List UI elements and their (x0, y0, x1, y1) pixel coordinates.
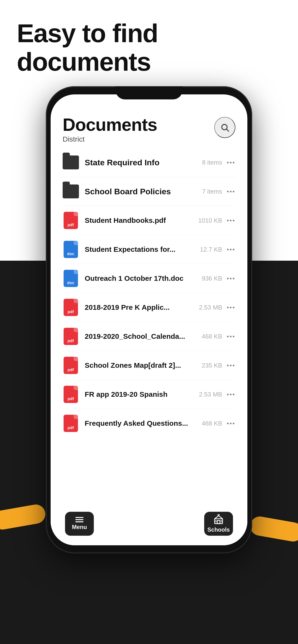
doc-file-icon: doc (64, 270, 78, 287)
dot (233, 191, 234, 192)
dot (227, 336, 229, 337)
menu-tab-label: Menu (72, 524, 87, 530)
pdf-icon: pdf (64, 212, 78, 229)
dot (230, 162, 232, 164)
pdf-icon-container: pdf (63, 328, 79, 344)
doc-name: School Board Policies (85, 187, 171, 196)
list-item[interactable]: pdf Student Handbooks.pdf 1010 KB (63, 206, 235, 235)
more-button[interactable] (226, 160, 235, 165)
doc-meta: 468 KB (202, 420, 222, 427)
folder-icon (63, 156, 79, 170)
list-item[interactable]: State Required Info 8 items (63, 148, 235, 177)
more-button[interactable] (226, 189, 235, 194)
doc-info: School Zones Map[draft 2]... (85, 361, 202, 370)
dot (230, 278, 232, 279)
hamburger-line (75, 517, 83, 518)
menu-icon (75, 517, 83, 522)
more-button[interactable] (226, 218, 235, 223)
tab-menu[interactable]: Menu (65, 512, 94, 536)
svg-point-0 (222, 124, 227, 130)
doc-info: School Board Policies (85, 187, 202, 196)
doc-meta: 235 KB (202, 362, 222, 369)
hamburger-line (75, 519, 83, 520)
more-button[interactable] (226, 305, 235, 310)
doc-meta: 2.53 MB (199, 304, 222, 311)
dot (230, 249, 232, 250)
pdf-label: pdf (68, 368, 74, 372)
doc-name: FR app 2019-20 Spanish (85, 390, 168, 398)
screen-header: Documents District (51, 109, 247, 148)
doc-icon-container: doc (63, 270, 79, 286)
dot (230, 307, 232, 308)
doc-info: Frequently Asked Questions... (85, 419, 202, 428)
doc-name: 2018-2019 Pre K Applic... (85, 303, 170, 311)
doc-meta: 936 KB (202, 275, 222, 282)
list-item[interactable]: pdf School Zones Map[draft 2]... 235 KB (63, 351, 235, 380)
doc-info: FR app 2019-20 Spanish (85, 390, 199, 398)
more-button[interactable] (226, 392, 235, 397)
dot (227, 422, 229, 424)
schools-tab-label: Schools (207, 526, 230, 533)
doc-info: Student Handbooks.pdf (85, 216, 198, 224)
doc-info: 2018-2019 Pre K Applic... (85, 303, 199, 312)
more-button[interactable] (226, 363, 235, 368)
search-icon (220, 123, 229, 132)
schools-icon (213, 514, 224, 525)
dot (233, 365, 234, 366)
dot (233, 336, 234, 337)
doc-meta: 2.53 MB (199, 391, 222, 398)
hamburger-line (75, 521, 83, 522)
dot (227, 249, 229, 250)
more-button[interactable] (226, 421, 235, 426)
doc-label: doc (67, 281, 74, 285)
doc-label: doc (67, 252, 74, 256)
list-item[interactable]: pdf 2019-2020_School_Calenda... 468 KB (63, 322, 235, 351)
more-button[interactable] (226, 276, 235, 281)
header-text: Documents District (63, 116, 157, 143)
folder-icon-container (63, 183, 79, 200)
dot (230, 422, 232, 424)
doc-info: Outreach 1 October 17th.doc (85, 274, 202, 282)
doc-meta: 7 items (202, 188, 222, 195)
pdf-label: pdf (68, 223, 74, 227)
pdf-icon: pdf (64, 386, 78, 403)
pdf-icon: pdf (64, 357, 78, 374)
dot (233, 278, 234, 279)
pdf-label: pdf (68, 339, 74, 343)
dot (230, 191, 232, 192)
list-item[interactable]: doc Student Expectations for... 12.7 KB (63, 235, 235, 264)
svg-rect-3 (217, 520, 220, 524)
doc-name: Student Handbooks.pdf (85, 216, 166, 224)
dot (230, 394, 232, 395)
pdf-icon: pdf (64, 415, 78, 432)
doc-meta: 1010 KB (198, 217, 222, 224)
screen-subtitle: District (63, 135, 157, 143)
doc-name: State Required Info (85, 158, 160, 167)
list-item[interactable]: School Board Policies 7 items (63, 177, 235, 206)
schools-tab-button[interactable]: Schools (204, 512, 233, 536)
list-item[interactable]: doc Outreach 1 October 17th.doc 936 KB (63, 264, 235, 293)
tab-schools[interactable]: Schools (204, 512, 233, 536)
pdf-icon-container: pdf (63, 357, 79, 374)
page-headline: Easy to find documents (17, 19, 298, 76)
pdf-label: pdf (68, 397, 74, 401)
doc-info: Student Expectations for... (85, 245, 200, 254)
document-list: State Required Info 8 items Scho (51, 148, 247, 506)
dot (227, 162, 229, 164)
list-item[interactable]: pdf FR app 2019-20 Spanish 2.53 MB (63, 380, 235, 409)
tab-bar: Menu Sch (51, 506, 247, 545)
folder-icon-container (63, 154, 79, 170)
doc-name: School Zones Map[draft 2]... (85, 361, 181, 369)
doc-name: Frequently Asked Questions... (85, 419, 188, 427)
doc-meta: 12.7 KB (200, 246, 222, 253)
dot (233, 162, 234, 164)
search-button[interactable] (214, 117, 235, 138)
more-button[interactable] (226, 247, 235, 252)
dot (233, 307, 234, 308)
doc-name: Outreach 1 October 17th.doc (85, 274, 184, 282)
menu-tab-button[interactable]: Menu (65, 512, 94, 536)
pdf-label: pdf (68, 426, 74, 430)
list-item[interactable]: pdf 2018-2019 Pre K Applic... 2.53 MB (63, 293, 235, 322)
list-item[interactable]: pdf Frequently Asked Questions... 468 KB (63, 409, 235, 438)
more-button[interactable] (226, 334, 235, 339)
